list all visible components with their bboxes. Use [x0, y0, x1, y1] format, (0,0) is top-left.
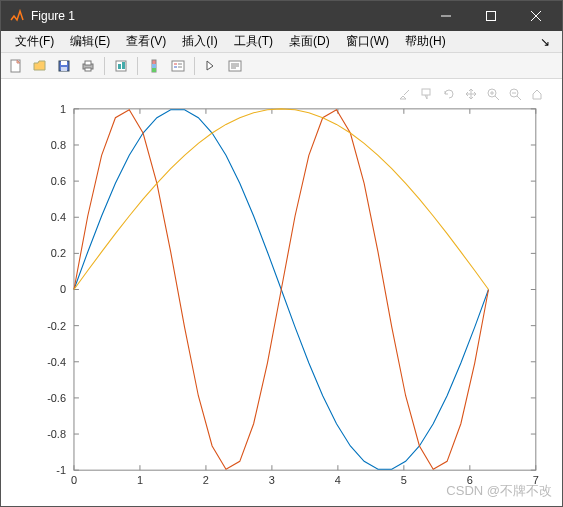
- minimize-button[interactable]: [423, 1, 468, 31]
- insert-legend-button[interactable]: [167, 55, 189, 77]
- dock-arrow-icon[interactable]: ↘: [534, 35, 556, 49]
- svg-rect-9: [85, 61, 91, 65]
- toolbar: [1, 53, 562, 79]
- svg-text:2: 2: [203, 474, 209, 486]
- menu-help[interactable]: 帮助(H): [397, 33, 454, 50]
- insert-colorbar-button[interactable]: [143, 55, 165, 77]
- axes[interactable]: 01234567-1-0.8-0.6-0.4-0.200.20.40.60.81: [1, 79, 562, 506]
- svg-text:7: 7: [533, 474, 539, 486]
- svg-text:5: 5: [401, 474, 407, 486]
- svg-text:0.8: 0.8: [51, 139, 66, 151]
- svg-text:0: 0: [60, 283, 66, 295]
- svg-text:0.2: 0.2: [51, 247, 66, 259]
- svg-text:1: 1: [60, 103, 66, 115]
- svg-text:0.4: 0.4: [51, 211, 66, 223]
- svg-rect-1: [486, 12, 495, 21]
- save-button[interactable]: [53, 55, 75, 77]
- svg-rect-12: [118, 64, 121, 69]
- svg-text:6: 6: [467, 474, 473, 486]
- menu-tools[interactable]: 工具(T): [226, 33, 281, 50]
- svg-text:4: 4: [335, 474, 341, 486]
- figure-area: 01234567-1-0.8-0.6-0.4-0.200.20.40.60.81…: [1, 79, 562, 506]
- svg-rect-10: [85, 68, 91, 71]
- edit-plot-button[interactable]: [200, 55, 222, 77]
- svg-text:1: 1: [137, 474, 143, 486]
- svg-rect-15: [152, 64, 156, 68]
- matlab-logo-icon: [9, 8, 25, 24]
- new-figure-button[interactable]: [5, 55, 27, 77]
- svg-rect-16: [152, 68, 156, 72]
- svg-text:-0.4: -0.4: [47, 356, 66, 368]
- svg-text:0.6: 0.6: [51, 175, 66, 187]
- maximize-button[interactable]: [468, 1, 513, 31]
- menu-insert[interactable]: 插入(I): [174, 33, 225, 50]
- svg-rect-13: [122, 62, 125, 69]
- titlebar: Figure 1: [1, 1, 562, 31]
- menu-file[interactable]: 文件(F): [7, 33, 62, 50]
- svg-rect-17: [172, 61, 184, 71]
- insert-text-button[interactable]: [224, 55, 246, 77]
- close-button[interactable]: [513, 1, 558, 31]
- menu-edit[interactable]: 编辑(E): [62, 33, 118, 50]
- open-button[interactable]: [29, 55, 51, 77]
- data-cursor-button[interactable]: [110, 55, 132, 77]
- menubar: 文件(F) 编辑(E) 查看(V) 插入(I) 工具(T) 桌面(D) 窗口(W…: [1, 31, 562, 53]
- svg-text:-0.6: -0.6: [47, 392, 66, 404]
- print-button[interactable]: [77, 55, 99, 77]
- svg-rect-6: [61, 61, 67, 65]
- svg-text:-0.2: -0.2: [47, 320, 66, 332]
- menu-desktop[interactable]: 桌面(D): [281, 33, 338, 50]
- svg-text:3: 3: [269, 474, 275, 486]
- window-title: Figure 1: [31, 9, 75, 23]
- menu-window[interactable]: 窗口(W): [338, 33, 397, 50]
- svg-rect-34: [74, 109, 536, 470]
- menu-view[interactable]: 查看(V): [118, 33, 174, 50]
- svg-rect-7: [61, 67, 67, 71]
- svg-text:-0.8: -0.8: [47, 428, 66, 440]
- svg-text:-1: -1: [56, 464, 66, 476]
- svg-text:0: 0: [71, 474, 77, 486]
